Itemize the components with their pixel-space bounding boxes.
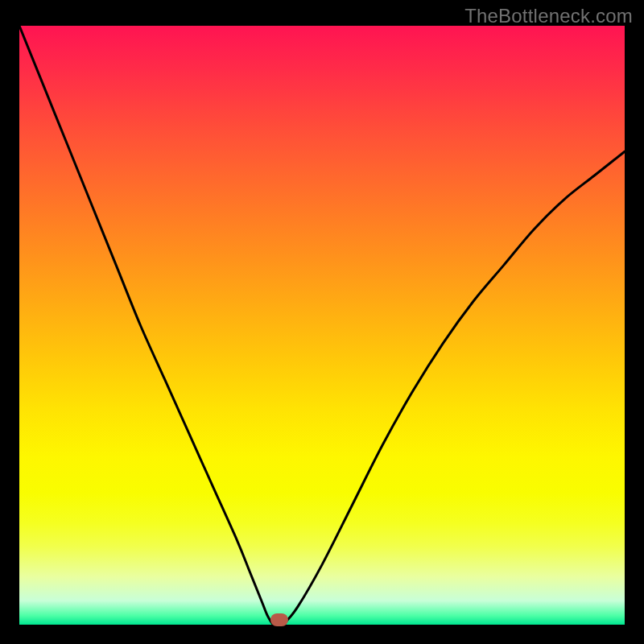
chart-frame: TheBottleneck.com (0, 0, 644, 644)
heat-gradient (19, 26, 625, 625)
plot-inner (19, 26, 625, 625)
plot-area (19, 26, 625, 625)
optimal-marker (270, 613, 288, 626)
watermark-text: TheBottleneck.com (464, 5, 633, 27)
